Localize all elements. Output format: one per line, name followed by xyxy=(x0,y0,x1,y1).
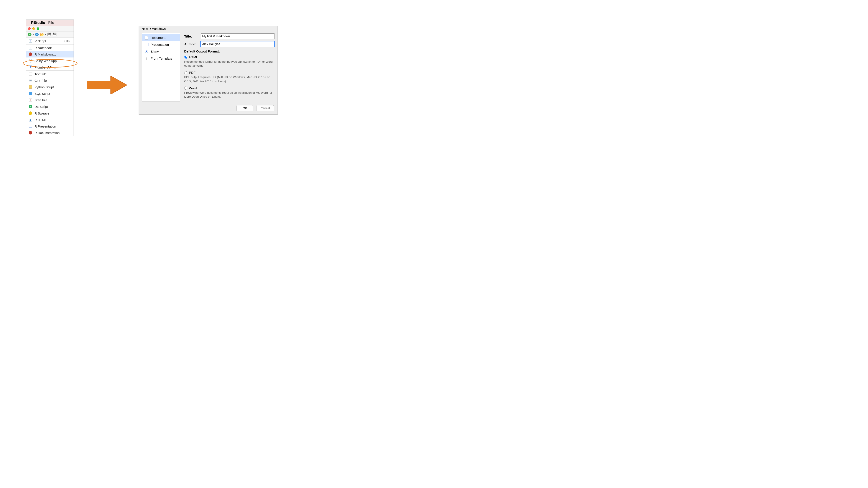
menu-item-cpp-file[interactable]: cpp C++ File xyxy=(26,77,73,84)
radio-group-pdf: PDF PDF output requires TeX (MiKTeX on W… xyxy=(184,71,275,83)
menu-item-r-script[interactable]: R R Script ⇧⌘N xyxy=(26,38,73,44)
menu-item-label: R Documentation xyxy=(34,131,60,135)
menu-item-shortcut: ⇧⌘N xyxy=(63,39,70,43)
menu-item-label: R Script xyxy=(34,39,46,43)
rstudio-newfile-menu: RStudio File + ▾ + 📂 ▾ 💾 💾 R R Script ⇧⌘… xyxy=(26,20,74,136)
open-folder-icon[interactable]: 📂 xyxy=(40,32,44,37)
dialog-form: Title: Author: Default Output Format: HT… xyxy=(184,33,275,102)
radio-help: Recommended format for authoring (you ca… xyxy=(184,60,275,68)
title-input[interactable] xyxy=(201,33,275,39)
presentation-icon xyxy=(29,125,32,128)
radio-help: PDF output requires TeX (MiKTeX on Windo… xyxy=(184,75,275,83)
menu-item-label: Plumber API… xyxy=(34,65,56,69)
type-item-label: Presentation xyxy=(151,43,169,46)
menu-item-r-sweave[interactable]: R Sweave xyxy=(26,110,73,117)
radio-group-word: Word Previewing Word documents requires … xyxy=(184,86,275,99)
text-file-icon xyxy=(29,72,32,76)
document-icon xyxy=(145,36,148,39)
radio-group-html: HTML Recommended format for authoring (y… xyxy=(184,55,275,68)
rstudio-toolbar: + ▾ + 📂 ▾ 💾 💾 xyxy=(26,31,73,38)
arrow-annotation xyxy=(87,76,127,94)
app-name: RStudio xyxy=(31,21,45,25)
type-item-presentation[interactable]: Presentation xyxy=(142,41,180,48)
close-icon[interactable] xyxy=(28,27,31,30)
author-input[interactable] xyxy=(201,41,275,47)
ok-button[interactable]: OK xyxy=(236,105,253,111)
documentation-icon xyxy=(29,131,32,134)
menu-item-r-markdown[interactable]: R Markdown… xyxy=(26,51,73,58)
type-item-label: Shiny xyxy=(151,50,159,53)
cancel-button[interactable]: Cancel xyxy=(256,105,274,111)
radio-label: PDF xyxy=(189,71,195,74)
type-item-label: Document xyxy=(151,36,165,39)
menu-item-r-documentation[interactable]: R Documentation xyxy=(26,129,73,136)
plus-icon: + xyxy=(28,33,31,36)
save-icon[interactable]: 💾 xyxy=(47,32,52,37)
menu-item-r-html[interactable]: ◉ R HTML xyxy=(26,117,73,123)
template-icon xyxy=(145,57,148,60)
macos-menubar: RStudio File xyxy=(26,20,73,26)
sweave-icon xyxy=(29,111,32,115)
type-item-label: From Template xyxy=(151,57,172,60)
html-icon: ◉ xyxy=(29,118,32,122)
radio-label: HTML xyxy=(189,55,198,59)
menu-item-d3-script[interactable]: JS D3 Script xyxy=(26,103,73,110)
radio-help: Previewing Word documents requires an in… xyxy=(184,91,275,99)
menu-item-shiny-web-app[interactable]: R Shiny Web App… xyxy=(26,58,73,64)
d3-icon: JS xyxy=(29,105,32,108)
menu-item-stan-file[interactable]: S Stan File xyxy=(26,97,73,103)
stan-icon: S xyxy=(29,98,32,102)
menu-item-label: Text File xyxy=(34,72,46,76)
menu-item-text-file[interactable]: Text File xyxy=(26,71,73,77)
menu-item-plumber-api[interactable]: R Plumber API… xyxy=(26,64,73,70)
plumber-icon: R xyxy=(29,65,32,69)
type-item-document[interactable]: Document xyxy=(142,34,180,41)
dialog-buttons: OK Cancel xyxy=(139,102,278,114)
type-item-shiny[interactable]: R Shiny xyxy=(142,48,180,55)
dialog-type-list: Document Presentation R Shiny From Templ… xyxy=(142,33,180,102)
python-icon xyxy=(29,85,32,89)
type-item-from-template[interactable]: From Template xyxy=(142,55,180,62)
zoom-icon[interactable] xyxy=(37,27,39,30)
sql-icon xyxy=(29,92,32,95)
menu-item-label: Python Script xyxy=(34,85,54,89)
save-all-icon[interactable]: 💾 xyxy=(52,32,57,37)
new-file-list: R R Script ⇧⌘N R R Notebook R Markdown… … xyxy=(26,38,73,136)
r-icon: R xyxy=(29,39,32,43)
menu-item-label: R Sweave xyxy=(34,111,49,115)
menu-item-label: D3 Script xyxy=(34,105,48,108)
menu-item-label: SQL Script xyxy=(34,92,50,95)
radio-word[interactable] xyxy=(184,87,187,90)
dropdown-icon[interactable]: ▾ xyxy=(33,33,34,36)
new-project-button[interactable]: + xyxy=(35,32,39,37)
menu-item-sql-script[interactable]: SQL Script xyxy=(26,90,73,97)
dialog-title: New R Markdown xyxy=(139,26,278,33)
shiny-icon: R xyxy=(145,50,148,53)
plus-icon: + xyxy=(35,33,39,36)
notebook-icon: R xyxy=(29,46,32,50)
menu-item-label: R Notebook xyxy=(34,46,52,50)
menu-item-r-presentation[interactable]: R Presentation xyxy=(26,123,73,129)
new-r-markdown-dialog: New R Markdown Document Presentation R S… xyxy=(139,26,278,115)
shiny-icon: R xyxy=(29,59,32,62)
menu-item-label: R Markdown… xyxy=(34,53,56,56)
menu-file[interactable]: File xyxy=(48,21,54,25)
minimize-icon[interactable] xyxy=(32,27,35,30)
dropdown-icon[interactable]: ▾ xyxy=(45,33,46,36)
rmarkdown-icon xyxy=(29,53,32,56)
menu-item-label: R Presentation xyxy=(34,125,56,128)
menu-item-python-script[interactable]: Python Script xyxy=(26,84,73,90)
menu-item-label: R HTML xyxy=(34,118,46,122)
author-label: Author: xyxy=(184,42,198,46)
menu-item-label: Shiny Web App… xyxy=(34,59,60,63)
cpp-icon: cpp xyxy=(29,79,32,82)
radio-pdf[interactable] xyxy=(184,71,187,74)
menu-item-label: C++ File xyxy=(34,79,47,83)
menu-item-label: Stan File xyxy=(34,98,47,102)
svg-marker-0 xyxy=(87,76,127,94)
new-file-button[interactable]: + xyxy=(28,32,32,37)
presentation-icon xyxy=(145,43,148,46)
radio-html[interactable] xyxy=(184,56,187,59)
output-format-heading: Default Output Format: xyxy=(184,50,275,53)
menu-item-r-notebook[interactable]: R R Notebook xyxy=(26,44,73,51)
